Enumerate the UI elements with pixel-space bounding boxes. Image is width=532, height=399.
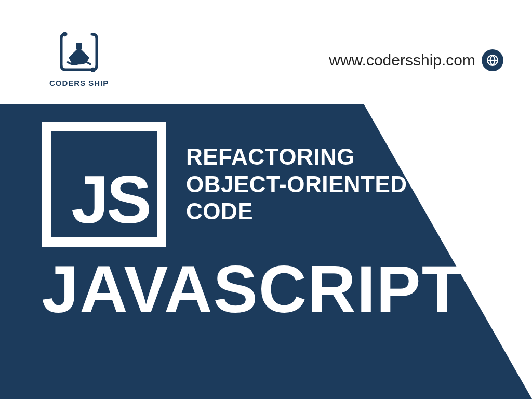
subtitle-line: OBJECT-ORIENTED [186,171,407,198]
subtitle-line: CODE [186,198,407,225]
subtitle-line: REFACTORING [186,143,407,171]
svg-rect-2 [76,43,82,49]
website-url-block: www.codersship.com [329,49,503,71]
svg-point-0 [63,32,68,36]
hero-banner: JS REFACTORING OBJECT-ORIENTED CODE JAVA… [0,104,532,399]
brand-logo: CODERS SHIP [49,29,109,87]
website-url: www.codersship.com [329,51,475,69]
ship-logo-icon [56,29,102,75]
brand-name: CODERS SHIP [49,78,109,87]
header: CODERS SHIP www.codersship.com [0,0,532,104]
svg-point-1 [91,68,96,72]
globe-icon [482,49,503,71]
hero-content: JS REFACTORING OBJECT-ORIENTED CODE JAVA… [42,122,511,323]
js-label: JS [71,166,150,233]
js-badge-icon: JS [42,122,166,247]
hero-subtitle: REFACTORING OBJECT-ORIENTED CODE [186,143,407,225]
hero-row: JS REFACTORING OBJECT-ORIENTED CODE [42,122,511,247]
hero-title: JAVASCRIPT [42,256,511,323]
